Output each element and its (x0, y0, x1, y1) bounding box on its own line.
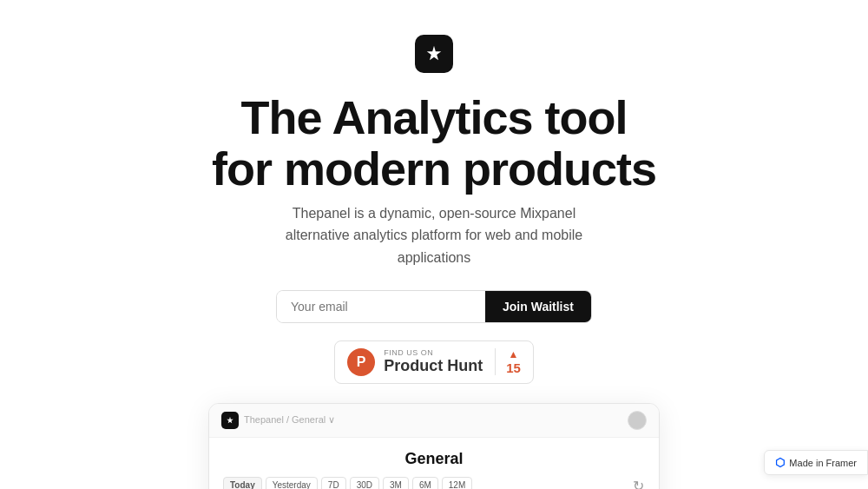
filter-buttons: Today Yesterday 7D 30D 3M 6M 12M (223, 477, 472, 489)
email-input[interactable] (277, 291, 485, 322)
framer-badge-text: Made in Framer (789, 458, 857, 468)
filter-12m[interactable]: 12M (442, 477, 472, 489)
dashboard-topbar: Thepanel / General ∨ (209, 404, 659, 438)
hero-title: The Analytics tool for modern products (212, 92, 656, 195)
dashboard-body: General Today Yesterday 7D 30D 3M 6M 12M… (209, 438, 659, 489)
filter-6m[interactable]: 6M (412, 477, 438, 489)
filter-today[interactable]: Today (223, 477, 262, 489)
join-waitlist-button[interactable]: Join Waitlist (485, 291, 591, 322)
filter-yesterday[interactable]: Yesterday (266, 477, 318, 489)
product-hunt-badge[interactable]: P FIND US ON Product Hunt ▲ 15 (334, 340, 534, 384)
dashboard-logo (221, 412, 239, 429)
filter-7d[interactable]: 7D (321, 477, 346, 489)
app-logo-icon (415, 35, 453, 73)
filter-3m[interactable]: 3M (383, 477, 409, 489)
filter-30d[interactable]: 30D (350, 477, 379, 489)
email-form: Join Waitlist (276, 290, 592, 323)
hero-title-line1: The Analytics tool (240, 91, 627, 143)
dashboard-preview: Thepanel / General ∨ General Today Yeste… (208, 403, 660, 489)
breadcrumb-app: Thepanel (244, 414, 284, 425)
product-hunt-name: Product Hunt (384, 357, 483, 375)
product-hunt-find-label: FIND US ON (384, 348, 433, 357)
product-hunt-score: ▲ 15 (495, 348, 521, 375)
breadcrumb-chevron: ∨ (328, 414, 335, 425)
hero-section: The Analytics tool for modern products T… (0, 0, 868, 489)
upvote-arrow-icon: ▲ (509, 348, 519, 360)
framer-badge: ⬡ Made in Framer (764, 450, 868, 475)
product-hunt-vote-count: 15 (506, 360, 521, 375)
topbar-left: Thepanel / General ∨ (221, 412, 335, 429)
sparkle-icon (424, 44, 444, 63)
refresh-icon[interactable]: ↻ (631, 478, 645, 489)
framer-logo-icon: ⬡ (775, 456, 785, 469)
dashboard-page-title: General (223, 450, 645, 468)
hero-title-line2: for modern products (212, 142, 656, 195)
breadcrumb-page: General (292, 414, 326, 425)
dashboard-sparkle-icon (226, 416, 234, 425)
product-hunt-logo: P (347, 348, 375, 376)
breadcrumb: Thepanel / General ∨ (244, 414, 335, 426)
hero-subtitle: Thepanel is a dynamic, open-source Mixpa… (260, 202, 608, 269)
time-filter-row: Today Yesterday 7D 30D 3M 6M 12M ↻ (223, 477, 645, 489)
user-avatar (628, 411, 647, 430)
product-hunt-text: FIND US ON Product Hunt (384, 348, 483, 375)
